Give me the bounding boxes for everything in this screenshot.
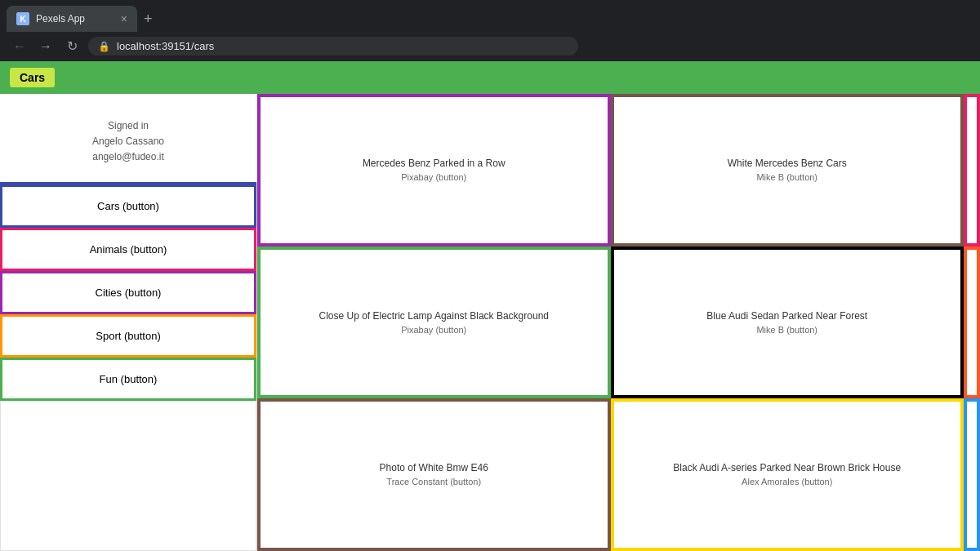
refresh-button[interactable]: ↻ <box>62 37 82 56</box>
photo-title-2: White Mercedes Benz Cars <box>728 156 847 171</box>
back-button[interactable]: ← <box>10 37 29 56</box>
secure-icon: 🔒 <box>98 41 110 52</box>
nav-animals-button[interactable]: Animals (button) <box>0 228 256 271</box>
photo-title-5: Photo of White Bmw E46 <box>380 460 488 475</box>
nav-fun-button[interactable]: Fun (button) <box>0 358 256 401</box>
tab-title: Pexels App <box>36 13 85 24</box>
main-layout: Signed in Angelo Cassano angelo@fudeo.it… <box>0 94 980 551</box>
address-bar: ← → ↻ 🔒 localhost:39151/cars <box>0 31 980 61</box>
new-tab-button[interactable]: + <box>140 7 156 31</box>
forward-button[interactable]: → <box>36 37 56 56</box>
app-header: Cars <box>0 61 980 94</box>
user-email: angelo@fudeo.it <box>8 149 248 165</box>
photo-grid: Mercedes Benz Parked in a Row Pixabay (b… <box>257 94 964 551</box>
url-text: localhost:39151/cars <box>117 40 214 52</box>
photo-title-4: Blue Audi Sedan Parked Near Forest <box>706 309 867 323</box>
tab-bar: K Pexels App × + <box>0 0 980 31</box>
photo-card-2[interactable]: White Mercedes Benz Cars Mike B (button) <box>611 94 964 247</box>
right-edge-card-1 <box>964 94 980 247</box>
photo-card-5[interactable]: Photo of White Bmw E46 Trace Constant (b… <box>257 398 611 551</box>
cars-badge[interactable]: Cars <box>10 68 55 87</box>
photo-card-4[interactable]: Blue Audi Sedan Parked Near Forest Mike … <box>611 247 964 399</box>
user-name: Angelo Cassano <box>8 134 248 149</box>
nav-buttons: Cars (button) Animals (button) Cities (b… <box>0 184 256 401</box>
nav-cars-button[interactable]: Cars (button) <box>0 184 256 228</box>
photo-author-3: Pixabay (button) <box>401 323 466 337</box>
nav-cities-button[interactable]: Cities (button) <box>0 271 256 314</box>
right-edge-card-2 <box>964 247 980 399</box>
browser-chrome: K Pexels App × + ← → ↻ 🔒 localhost:39151… <box>0 0 980 61</box>
app-content: Cars Signed in Angelo Cassano angelo@fud… <box>0 61 980 551</box>
right-edge-cards <box>964 94 980 551</box>
active-tab[interactable]: K Pexels App × <box>7 6 137 32</box>
nav-sport-button[interactable]: Sport (button) <box>0 314 256 358</box>
app-icon: K <box>16 12 29 25</box>
tab-close-button[interactable]: × <box>121 12 127 25</box>
user-info: Signed in Angelo Cassano angelo@fudeo.it <box>0 94 256 184</box>
photo-card-6[interactable]: Black Audi A-series Parked Near Brown Br… <box>611 398 964 551</box>
photo-author-5: Trace Constant (button) <box>386 475 481 489</box>
sidebar: Signed in Angelo Cassano angelo@fudeo.it… <box>0 94 257 551</box>
signed-in-label: Signed in <box>8 118 248 134</box>
photo-author-1: Pixabay (button) <box>401 171 466 184</box>
url-bar[interactable]: 🔒 localhost:39151/cars <box>88 37 578 56</box>
sidebar-bottom-area <box>0 401 256 551</box>
photo-title-3: Close Up of Electric Lamp Against Black … <box>319 309 549 323</box>
grid-wrapper: Mercedes Benz Parked in a Row Pixabay (b… <box>257 94 980 551</box>
photo-title-1: Mercedes Benz Parked in a Row <box>363 156 506 171</box>
photo-author-4: Mike B (button) <box>756 323 817 337</box>
photo-author-6: Alex Amorales (button) <box>742 475 832 489</box>
photo-author-2: Mike B (button) <box>756 171 817 184</box>
photo-card-3[interactable]: Close Up of Electric Lamp Against Black … <box>257 247 611 399</box>
photo-card-1[interactable]: Mercedes Benz Parked in a Row Pixabay (b… <box>257 94 611 247</box>
right-edge-card-3 <box>964 398 980 551</box>
photo-title-6: Black Audi A-series Parked Near Brown Br… <box>673 460 901 475</box>
